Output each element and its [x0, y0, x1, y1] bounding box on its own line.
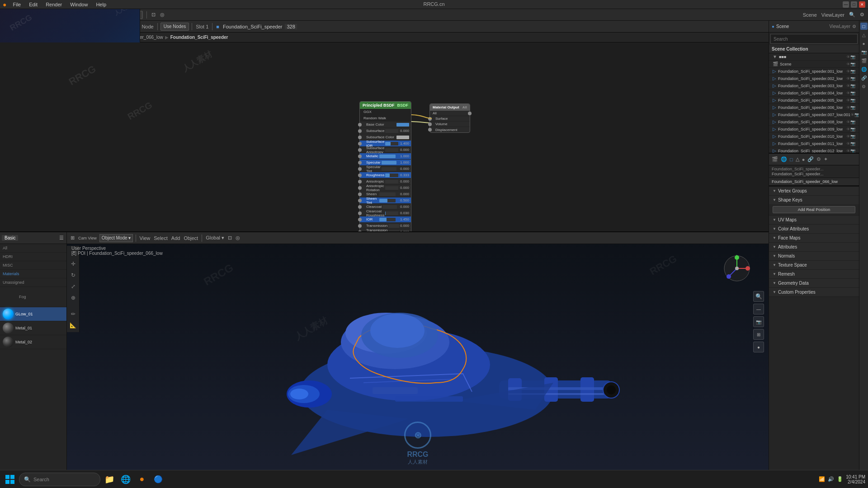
ri-object[interactable]: □ [860, 23, 868, 30]
mat-glow-item[interactable]: GLow_01 [0, 307, 66, 321]
scene-item-11[interactable]: ▷Foundation_SciFi_speeder.010_low👁📷 [769, 133, 859, 140]
scene-item-6[interactable]: ▷Foundation_SciFi_speeder.005_low👁📷 [769, 97, 859, 104]
menu-window[interactable]: Window [68, 2, 90, 7]
vp-select[interactable]: Select [153, 235, 169, 241]
scene-item-7[interactable]: ▷Foundation_SciFi_speeder.006_low👁📷 [769, 104, 859, 111]
camera-btn[interactable]: 📷 [753, 316, 764, 327]
shading-btn[interactable]: ● [753, 342, 764, 352]
scene-item-1[interactable]: 🎬Scene👁📷 [769, 61, 859, 68]
prop-particles-icon[interactable]: ✦ [823, 156, 829, 162]
prop-world-icon[interactable]: 🌐 [780, 156, 788, 162]
taskbar-explorer[interactable]: 📁 [102, 472, 117, 487]
prop-mesh-icon[interactable]: △ [795, 156, 800, 162]
prop-header-1[interactable]: ▼Shape Keys [769, 196, 859, 204]
ortho-btn[interactable]: ⊞ [753, 329, 764, 340]
ri-scene[interactable]: 🎬 [860, 57, 868, 64]
menu-file[interactable]: File [11, 2, 23, 7]
vp-orient[interactable]: Global ▾ [205, 235, 225, 241]
scale-tool[interactable]: ⤢ [68, 282, 78, 291]
section-misc[interactable]: MISC [0, 261, 66, 270]
add-real-position-btn[interactable]: Add Real Position [773, 206, 855, 213]
prop-material-icon[interactable]: ● [801, 157, 806, 162]
taskbar-search-bar[interactable]: 🔍 Search [19, 473, 100, 486]
scene-item-8[interactable]: ▷Foundation_SciFi_speeder.007_low.001👁📷 [769, 111, 859, 118]
search-icon[interactable]: 🔍 [848, 12, 856, 18]
vp-view[interactable]: View [139, 235, 151, 241]
vp-mode-dropdown[interactable]: Object Mode ▾ [99, 234, 133, 242]
prop-constraint-icon[interactable]: 🔗 [807, 156, 815, 162]
tab-basic[interactable]: Basic [2, 235, 18, 241]
prop-header-0[interactable]: ▼Vertex Groups [769, 187, 859, 195]
vp-add[interactable]: Add [170, 235, 181, 241]
prop-header-4[interactable]: ▼Face Maps [769, 234, 859, 242]
close-button[interactable]: ✕ [859, 1, 865, 8]
scene-item-9[interactable]: ▷Foundation_SciFi_speeder.008_low👁📷 [769, 118, 859, 126]
rotate-tool[interactable]: ↻ [68, 270, 78, 280]
mat-metal2-item[interactable]: Metal_02 [0, 335, 66, 349]
battery-icon[interactable]: 🔋 [837, 476, 843, 482]
ri-render[interactable]: 📷 [860, 48, 868, 56]
scene-item-0[interactable]: ▼■■■👁📷 [769, 53, 859, 61]
ri-material[interactable]: ● [860, 40, 868, 47]
use-nodes-btn[interactable]: Use Nodes [160, 23, 189, 31]
transform-tool[interactable]: ⊕ [68, 293, 78, 303]
wifi-icon[interactable]: 📶 [819, 476, 825, 482]
menu-render[interactable]: Render [44, 2, 64, 7]
measure-tool[interactable]: 📐 [68, 320, 78, 330]
node-subsurface-method[interactable]: Random Walk [360, 115, 411, 122]
menu-help[interactable]: Help [94, 2, 108, 7]
prop-modifier-icon[interactable]: ⚙ [816, 156, 822, 162]
ri-world[interactable]: 🌐 [860, 66, 868, 73]
maximize-button[interactable]: □ [851, 1, 857, 8]
prop-header-3[interactable]: ▼Color Attributes [769, 225, 859, 233]
shader-canvas[interactable]: RRCG 人人素材 RRCG Principled BSDF B [0, 42, 769, 231]
prop-header-7[interactable]: ▼Texture Space [769, 261, 859, 269]
section-materials[interactable]: Materials [0, 270, 66, 278]
taskbar-edge[interactable]: 🌐 [118, 472, 133, 487]
ri-modifier[interactable]: ⚙ [860, 83, 868, 90]
taskbar-chrome[interactable]: 🔵 [151, 472, 165, 487]
scene-item-4[interactable]: ▷Foundation_SciFi_speeder.003_low👁📷 [769, 82, 859, 89]
scene-item-3[interactable]: ▷Foundation_SciFi_speeder.002_low👁📷 [769, 75, 859, 82]
move-tool[interactable]: ✛ [68, 259, 78, 269]
rp-filter-icon[interactable]: ⚙ [852, 24, 856, 29]
snap-icon[interactable]: ⊡ [151, 12, 156, 18]
prop-header-6[interactable]: ▼Normals [769, 252, 859, 260]
material-output-node[interactable]: Material Output All All Surface [429, 103, 470, 133]
minimize-button[interactable]: — [843, 1, 849, 8]
zoom-in-btn[interactable]: 🔍 [753, 291, 764, 302]
zoom-out-btn[interactable]: — [753, 304, 764, 314]
shader-node-btn[interactable]: Node [141, 24, 154, 29]
start-button[interactable] [3, 472, 17, 487]
prop-header-2[interactable]: ▼UV Maps [769, 216, 859, 224]
vp-snap[interactable]: ⊡ [227, 235, 233, 241]
section-hdri[interactable]: HDRI [0, 253, 66, 261]
navigation-gizmo[interactable]: X Y Z [723, 255, 750, 282]
mat-metal1-item[interactable]: Metal_01 [0, 321, 66, 335]
scene-item-13[interactable]: ▷Foundation_SciFi_speeder.012_low👁📷 [769, 147, 859, 153]
volume-icon[interactable]: 🔊 [828, 476, 834, 482]
prop-header-5[interactable]: ▼Attributes [769, 243, 859, 251]
main-3d-viewport[interactable]: ⊞ Cam View Object Mode ▾ View Select Add… [67, 232, 769, 479]
scene-item-10[interactable]: ▷Foundation_SciFi_speeder.009_low👁📷 [769, 126, 859, 133]
section-all[interactable]: All [0, 244, 66, 253]
prop-obj-icon[interactable]: □ [789, 157, 794, 162]
annotate-tool[interactable]: ✏ [68, 309, 78, 319]
node-distribution[interactable]: GGX [360, 109, 411, 115]
filter-icon[interactable]: ⚙ [859, 12, 865, 18]
scene-item-2[interactable]: ▷Foundation_SciFi_speeder.001_low👁📷 [769, 68, 859, 75]
blb-menu-icon[interactable]: ☰ [58, 235, 65, 241]
prop-header-9[interactable]: ▼Geometry Data [769, 279, 859, 287]
vp-prop[interactable]: ◎ [235, 235, 241, 241]
ri-constraint[interactable]: 🔗 [860, 74, 868, 81]
scene-item-12[interactable]: ▷Foundation_SciFi_speeder.011_low👁📷 [769, 140, 859, 147]
section-unassigned[interactable]: Unassigned [0, 278, 66, 287]
taskbar-blender[interactable]: ● [135, 472, 149, 487]
principled-bsdf-node[interactable]: Principled BSDF BSDF GGX Random Walk [359, 101, 411, 231]
proportional-icon[interactable]: ◎ [159, 12, 165, 18]
vp-object[interactable]: Object [183, 235, 199, 241]
right-search-input[interactable] [770, 34, 858, 44]
mat-fog-item[interactable]: Fog [0, 287, 66, 307]
taskbar-clock[interactable]: 10:41 PM 2/4/2024 [846, 474, 865, 484]
ri-data[interactable]: △ [860, 31, 868, 38]
